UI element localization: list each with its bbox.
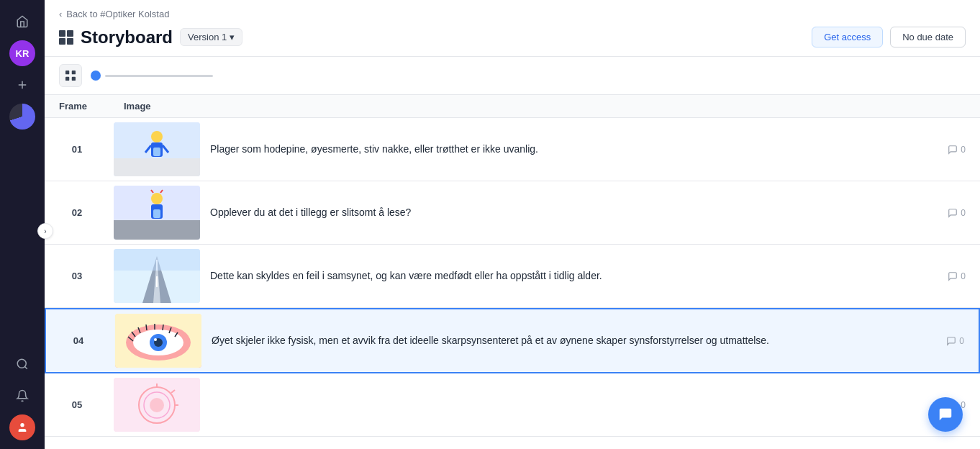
breadcrumb-link[interactable]: Back to #Optiker Kolstad <box>66 9 169 19</box>
table-row[interactable]: 01 Plager som ho <box>45 118 980 181</box>
chat-button[interactable] <box>928 397 963 432</box>
breadcrumb-arrow: ‹ <box>59 9 62 19</box>
add-button[interactable] <box>9 72 35 98</box>
svg-point-18 <box>151 193 163 204</box>
storyboard-icon <box>59 30 73 45</box>
svg-rect-22 <box>153 209 160 218</box>
table-row[interactable]: 03 Dette kan skyldes en fei <box>45 245 980 308</box>
sidebar-home-icon[interactable] <box>9 9 35 35</box>
version-dropdown[interactable]: Version 1 ▾ <box>180 28 242 46</box>
svg-line-38 <box>146 325 147 330</box>
title-row: Storyboard Version 1 ▾ Get access No due… <box>59 27 966 56</box>
bell-icon[interactable] <box>9 383 35 409</box>
page-title: Storyboard <box>81 27 173 47</box>
toolbar <box>45 57 980 95</box>
svg-line-40 <box>163 325 163 330</box>
svg-rect-13 <box>153 148 160 156</box>
svg-line-3 <box>24 366 27 368</box>
comment-count[interactable]: 0 <box>948 270 966 283</box>
zoom-slider[interactable] <box>91 71 213 81</box>
table-row[interactable]: 04 <box>45 308 980 373</box>
frame-thumbnail <box>114 378 200 432</box>
svg-rect-7 <box>65 77 69 81</box>
frame-content: Øyet skjeler ikke fysisk, men et avvik f… <box>204 326 979 355</box>
frame-content: Dette kan skyldes en feil i samsynet, og… <box>203 261 980 291</box>
slider-track[interactable] <box>105 75 213 77</box>
table-header: Frame Image <box>45 95 980 118</box>
sidebar: KR <box>0 0 45 449</box>
frame-thumbnail <box>114 186 200 240</box>
title-actions: Get access No due date <box>812 27 966 47</box>
frame-number: 01 <box>45 137 109 162</box>
comment-count[interactable]: 0 <box>948 207 966 219</box>
frame-number: 04 <box>46 328 111 353</box>
svg-rect-28 <box>114 249 200 271</box>
svg-point-11 <box>151 131 163 142</box>
frame-thumbnail <box>115 314 201 368</box>
frame-content: 0 <box>203 391 980 419</box>
avatar[interactable]: KR <box>9 40 35 66</box>
get-access-button[interactable]: Get access <box>812 27 883 47</box>
breadcrumb: ‹ Back to #Optiker Kolstad <box>59 9 966 19</box>
svg-rect-10 <box>114 158 200 176</box>
comment-count[interactable]: 0 <box>948 143 966 156</box>
frame-content: Opplever du at det i tillegg er slitsomt… <box>203 198 980 227</box>
frame-image <box>109 181 203 244</box>
content-column-header <box>217 101 966 112</box>
grid-view-button[interactable] <box>59 64 82 87</box>
svg-rect-17 <box>114 220 200 240</box>
svg-rect-5 <box>65 71 69 74</box>
page-header: ‹ Back to #Optiker Kolstad Storyboard Ve… <box>45 0 980 57</box>
svg-rect-8 <box>72 77 76 81</box>
svg-rect-6 <box>72 71 76 74</box>
table-row[interactable]: 02 Opplever du at det i til <box>45 181 980 245</box>
search-icon[interactable] <box>9 351 35 377</box>
svg-point-4 <box>20 423 24 427</box>
table-row[interactable]: 05 0 <box>45 373 980 437</box>
project-icon[interactable] <box>9 104 35 130</box>
no-due-date-button[interactable]: No due date <box>890 27 966 47</box>
storyboard-table: Frame Image 01 <box>45 95 980 449</box>
svg-point-2 <box>17 359 26 368</box>
frame-number: 03 <box>45 263 109 289</box>
user-avatar-icon[interactable] <box>9 414 35 440</box>
frame-number: 02 <box>45 200 109 225</box>
frame-image <box>109 118 203 181</box>
frame-column-header: Frame <box>59 101 124 112</box>
main-content: › ‹ Back to #Optiker Kolstad Storyboard … <box>45 0 980 449</box>
frame-number: 05 <box>45 392 109 417</box>
frame-image <box>109 373 203 436</box>
slider-handle[interactable] <box>91 71 101 81</box>
frame-content: Plager som hodepine, øyesmerte, stiv nak… <box>203 135 980 164</box>
svg-point-34 <box>154 338 157 341</box>
comment-count[interactable]: 0 <box>946 335 964 348</box>
frame-thumbnail <box>114 122 200 176</box>
frame-image <box>109 245 203 307</box>
image-column-header: Image <box>124 101 217 112</box>
frame-image <box>111 309 204 372</box>
svg-point-46 <box>150 398 164 412</box>
frame-thumbnail <box>114 249 200 303</box>
title-left: Storyboard Version 1 ▾ <box>59 27 242 47</box>
